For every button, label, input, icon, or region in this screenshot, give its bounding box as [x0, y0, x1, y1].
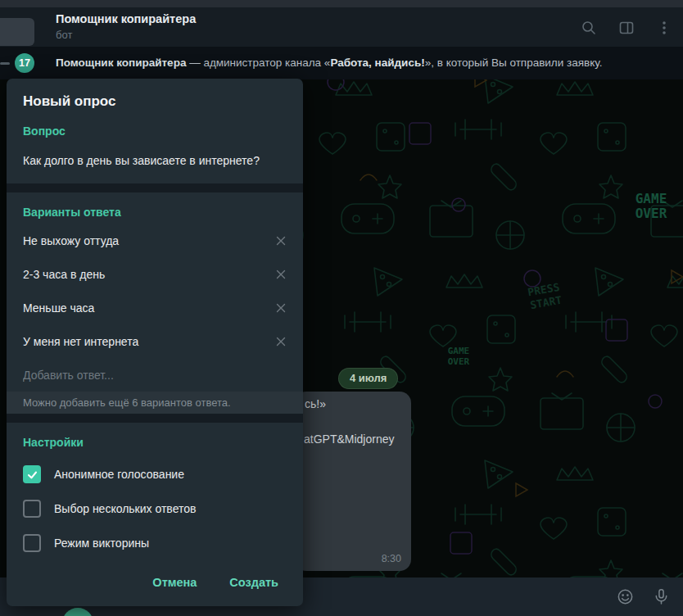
bg-text-over: OVER — [636, 206, 667, 221]
bg-text-game-2: GAME — [448, 346, 470, 356]
microphone-icon[interactable] — [650, 586, 672, 607]
chat-header: Помощник копирайтера бот — [0, 7, 683, 47]
poll-option-text[interactable]: У меня нет интернета — [23, 335, 138, 348]
section-divider — [7, 183, 303, 192]
service-message-bar: 17 Помощник копирайтера — администратор … — [0, 47, 683, 79]
checkbox-label: Анонимное голосование — [54, 468, 184, 481]
kebab-menu-icon[interactable] — [655, 19, 673, 37]
close-icon[interactable] — [272, 232, 290, 250]
question-input[interactable]: Как долго в день вы зависаете в интернет… — [23, 154, 287, 167]
bubble-text-line2: atGPT&Midjorney — [304, 433, 394, 446]
add-option-input[interactable] — [23, 369, 287, 382]
left-column-edge — [0, 62, 10, 65]
unread-count-badge[interactable]: 17 — [15, 53, 34, 73]
emoji-icon[interactable] — [614, 586, 636, 607]
poll-settings-list: Анонимное голосование Выбор нескольких о… — [7, 457, 303, 560]
column-toggle-icon[interactable] — [617, 19, 636, 37]
checkbox-multiple-answers[interactable]: Выбор нескольких ответов — [7, 491, 303, 526]
checkbox-box[interactable] — [23, 465, 41, 483]
close-icon[interactable] — [272, 299, 290, 317]
checkbox-anonymous-voting[interactable]: Анонимное голосование — [7, 457, 303, 491]
poll-option-row[interactable]: Не выхожу оттуда — [7, 224, 303, 257]
close-icon[interactable] — [272, 333, 290, 351]
bg-text-game: GAME — [636, 191, 667, 206]
poll-option-text[interactable]: Меньше часа — [23, 301, 94, 315]
add-option-row[interactable] — [7, 358, 303, 392]
date-chip[interactable]: 4 июля — [338, 368, 398, 389]
poll-option-text[interactable]: 2-3 часа в день — [23, 268, 105, 281]
message-bubble[interactable]: сь!» atGPT&Midjorney 8:30 — [295, 392, 411, 571]
checkbox-box[interactable] — [23, 534, 41, 552]
poll-option-row[interactable]: У меня нет интернета — [7, 324, 303, 358]
dialog-title: Новый опрос — [23, 93, 287, 110]
window-top-strip — [0, 0, 683, 7]
poll-option-row[interactable]: Меньше часа — [7, 291, 303, 324]
options-hint: Можно добавить ещё 6 вариантов ответа. — [7, 392, 303, 414]
close-icon[interactable] — [272, 265, 290, 283]
dialog-buttons: Отмена Создать — [7, 564, 303, 606]
question-section-label: Вопрос — [23, 125, 287, 138]
checkmark-icon — [26, 469, 38, 481]
poll-option-row[interactable]: 2-3 часа в день — [7, 257, 303, 291]
service-message-text: Помощник копирайтера — администратор кан… — [56, 57, 602, 69]
bubble-text-line1: сь!» — [305, 397, 326, 410]
chat-title[interactable]: Помощник копирайтера — [56, 12, 196, 25]
bubble-timestamp: 8:30 — [382, 553, 401, 564]
new-poll-dialog: Новый опрос Вопрос Как долго в день вы з… — [7, 79, 303, 606]
cancel-button[interactable]: Отмена — [141, 569, 208, 596]
search-icon[interactable] — [580, 19, 598, 37]
checkbox-quiz-mode[interactable]: Режим викторины — [7, 526, 303, 560]
section-divider — [7, 414, 303, 423]
settings-section-label: Настройки — [23, 436, 287, 449]
poll-options-list: Не выхожу оттуда 2-3 часа в день Меньше … — [7, 224, 303, 392]
service-bot-name: Помощник копирайтера — [56, 57, 186, 69]
checkbox-label: Выбор нескольких ответов — [54, 502, 196, 515]
chat-subtitle: бот — [56, 29, 72, 41]
checkbox-box[interactable] — [23, 500, 41, 518]
chat-avatar[interactable] — [0, 18, 34, 46]
options-section-label: Варианты ответа — [23, 206, 287, 219]
checkbox-label: Режим викторины — [54, 537, 149, 550]
bg-text-over-2: OVER — [448, 356, 470, 367]
service-channel-name: Работа, найдись! — [330, 57, 424, 69]
poll-option-text[interactable]: Не выхожу оттуда — [23, 234, 119, 247]
create-button[interactable]: Создать — [218, 569, 290, 596]
